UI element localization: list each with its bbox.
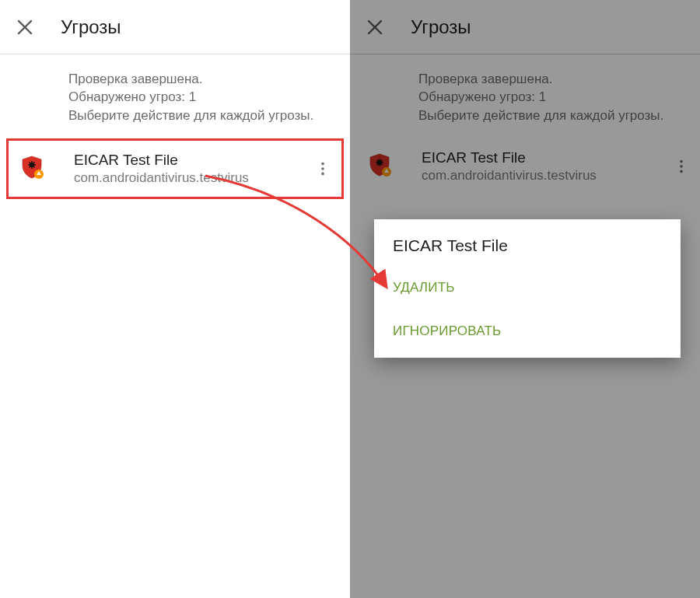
threat-name: EICAR Test File	[74, 152, 313, 169]
more-options-icon[interactable]	[672, 158, 691, 175]
scan-status: Проверка завершена. Обнаружено угроз: 1 …	[0, 54, 350, 138]
status-line-1: Проверка завершена.	[68, 70, 333, 88]
app-header: Угрозы	[350, 0, 700, 54]
scan-status: Проверка завершена. Обнаружено угроз: 1 …	[350, 54, 700, 138]
shield-threat-icon	[367, 152, 394, 180]
close-icon[interactable]	[364, 16, 386, 38]
page-title: Угрозы	[411, 16, 471, 38]
status-line-2: Обнаружено угроз: 1	[418, 88, 683, 106]
app-header: Угрозы	[0, 0, 350, 54]
status-line-2: Обнаружено угроз: 1	[68, 88, 333, 106]
status-line-3: Выберите действие для каждой угрозы.	[418, 107, 683, 124]
close-icon[interactable]	[14, 16, 36, 38]
status-line-3: Выберите действие для каждой угрозы.	[68, 107, 333, 124]
threat-text: EICAR Test File com.androidantivirus.tes…	[422, 149, 672, 184]
svg-point-8	[321, 163, 324, 166]
status-line-1: Проверка завершена.	[418, 70, 683, 88]
threat-list-item[interactable]: EICAR Test File com.androidantivirus.tes…	[6, 138, 344, 199]
threat-package: com.androidantivirus.testvirus	[422, 168, 672, 184]
svg-point-9	[321, 168, 324, 171]
threat-text: EICAR Test File com.androidantivirus.tes…	[74, 152, 313, 186]
threat-package: com.androidantivirus.testvirus	[74, 170, 313, 186]
screen-threats-before: Угрозы Проверка завершена. Обнаружено уг…	[0, 0, 350, 598]
threat-action-dialog: EICAR Test File УДАЛИТЬ ИГНОРИРОВАТЬ	[374, 219, 681, 358]
screen-threats-dialog: Угрозы Проверка завершена. Обнаружено уг…	[350, 0, 700, 598]
ignore-button[interactable]: ИГНОРИРОВАТЬ	[374, 309, 681, 353]
delete-button[interactable]: УДАЛИТЬ	[374, 266, 681, 309]
page-title: Угрозы	[61, 16, 121, 38]
svg-point-10	[321, 173, 324, 176]
threat-name: EICAR Test File	[422, 149, 672, 166]
more-options-icon[interactable]	[313, 160, 332, 177]
dialog-title: EICAR Test File	[374, 236, 681, 266]
svg-point-19	[680, 160, 683, 163]
threat-list-item[interactable]: EICAR Test File com.androidantivirus.tes…	[350, 138, 700, 194]
svg-point-21	[680, 170, 683, 173]
svg-point-20	[680, 166, 683, 169]
shield-threat-icon	[19, 155, 46, 183]
